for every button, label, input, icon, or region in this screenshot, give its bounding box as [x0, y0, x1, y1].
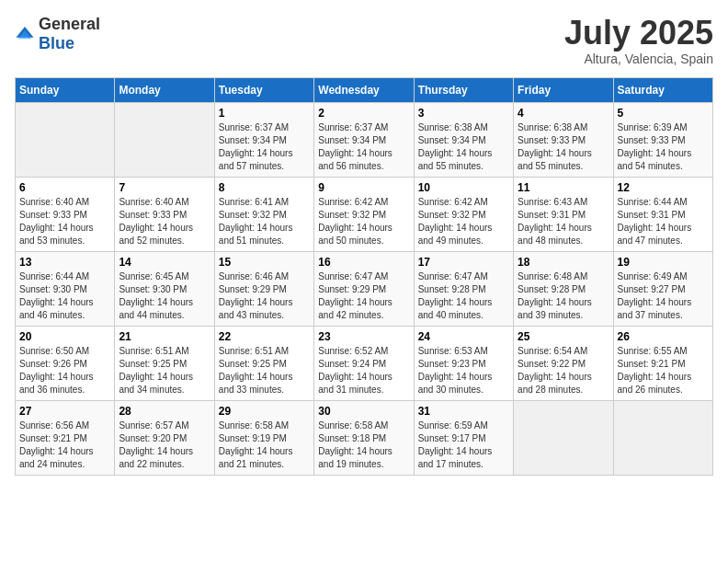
- calendar-cell: 23Sunrise: 6:52 AMSunset: 9:24 PMDayligh…: [314, 326, 414, 400]
- day-number: 31: [418, 405, 509, 418]
- day-info: Sunrise: 6:48 AMSunset: 9:28 PMDaylight:…: [518, 270, 609, 322]
- main-title: July 2025: [564, 15, 713, 52]
- day-number: 21: [119, 330, 210, 343]
- day-number: 9: [318, 181, 409, 194]
- calendar-cell: 17Sunrise: 6:47 AMSunset: 9:28 PMDayligh…: [414, 251, 513, 326]
- day-info: Sunrise: 6:37 AMSunset: 9:34 PMDaylight:…: [219, 121, 310, 173]
- calendar-cell: 30Sunrise: 6:58 AMSunset: 9:18 PMDayligh…: [314, 400, 414, 475]
- calendar-cell: 5Sunrise: 6:39 AMSunset: 9:33 PMDaylight…: [613, 102, 712, 177]
- day-info: Sunrise: 6:47 AMSunset: 9:29 PMDaylight:…: [318, 270, 409, 322]
- day-info: Sunrise: 6:40 AMSunset: 9:33 PMDaylight:…: [19, 196, 110, 247]
- day-info: Sunrise: 6:40 AMSunset: 9:33 PMDaylight:…: [119, 196, 210, 247]
- day-number: 23: [318, 330, 409, 343]
- logo-general: General: [39, 15, 100, 33]
- calendar-body: 1Sunrise: 6:37 AMSunset: 9:34 PMDaylight…: [16, 102, 713, 475]
- calendar-cell: 19Sunrise: 6:49 AMSunset: 9:27 PMDayligh…: [613, 251, 712, 326]
- column-header-sunday: Sunday: [16, 77, 115, 102]
- day-number: 22: [219, 330, 310, 343]
- day-number: 18: [518, 256, 609, 269]
- day-info: Sunrise: 6:58 AMSunset: 9:19 PMDaylight:…: [219, 419, 310, 471]
- column-header-saturday: Saturday: [613, 77, 712, 102]
- day-number: 20: [19, 330, 110, 343]
- calendar-cell: 15Sunrise: 6:46 AMSunset: 9:29 PMDayligh…: [214, 251, 313, 326]
- calendar-week-3: 13Sunrise: 6:44 AMSunset: 9:30 PMDayligh…: [16, 251, 713, 326]
- column-header-wednesday: Wednesday: [314, 77, 414, 102]
- day-number: 5: [618, 107, 709, 120]
- day-info: Sunrise: 6:50 AMSunset: 9:26 PMDaylight:…: [19, 345, 110, 396]
- calendar-table: SundayMondayTuesdayWednesdayThursdayFrid…: [15, 77, 713, 476]
- calendar-cell: 14Sunrise: 6:45 AMSunset: 9:30 PMDayligh…: [115, 251, 214, 326]
- calendar-week-1: 1Sunrise: 6:37 AMSunset: 9:34 PMDaylight…: [16, 102, 713, 177]
- day-number: 11: [518, 181, 609, 194]
- day-number: 12: [618, 181, 709, 194]
- day-info: Sunrise: 6:42 AMSunset: 9:32 PMDaylight:…: [418, 196, 509, 247]
- calendar-cell: 24Sunrise: 6:53 AMSunset: 9:23 PMDayligh…: [414, 326, 513, 400]
- day-number: 1: [219, 107, 310, 120]
- day-number: 6: [19, 181, 110, 194]
- day-info: Sunrise: 6:39 AMSunset: 9:33 PMDaylight:…: [618, 121, 709, 173]
- day-number: 4: [518, 107, 609, 120]
- day-info: Sunrise: 6:37 AMSunset: 9:34 PMDaylight:…: [318, 121, 409, 173]
- day-info: Sunrise: 6:59 AMSunset: 9:17 PMDaylight:…: [418, 419, 509, 471]
- calendar-cell: 27Sunrise: 6:56 AMSunset: 9:21 PMDayligh…: [16, 400, 115, 475]
- day-number: 25: [518, 330, 609, 343]
- day-info: Sunrise: 6:41 AMSunset: 9:32 PMDaylight:…: [219, 196, 310, 247]
- day-info: Sunrise: 6:44 AMSunset: 9:30 PMDaylight:…: [19, 270, 110, 322]
- calendar-cell: 9Sunrise: 6:42 AMSunset: 9:32 PMDaylight…: [314, 177, 414, 251]
- calendar-cell: 22Sunrise: 6:51 AMSunset: 9:25 PMDayligh…: [214, 326, 313, 400]
- calendar-week-5: 27Sunrise: 6:56 AMSunset: 9:21 PMDayligh…: [16, 400, 713, 475]
- day-number: 24: [418, 330, 509, 343]
- day-info: Sunrise: 6:51 AMSunset: 9:25 PMDaylight:…: [119, 345, 210, 396]
- day-info: Sunrise: 6:45 AMSunset: 9:30 PMDaylight:…: [119, 270, 210, 322]
- day-info: Sunrise: 6:52 AMSunset: 9:24 PMDaylight:…: [318, 345, 409, 396]
- calendar-header: SundayMondayTuesdayWednesdayThursdayFrid…: [16, 77, 713, 102]
- day-info: Sunrise: 6:51 AMSunset: 9:25 PMDaylight:…: [219, 345, 310, 396]
- day-info: Sunrise: 6:56 AMSunset: 9:21 PMDaylight:…: [19, 419, 110, 471]
- day-info: Sunrise: 6:38 AMSunset: 9:33 PMDaylight:…: [518, 121, 609, 173]
- calendar-cell: 13Sunrise: 6:44 AMSunset: 9:30 PMDayligh…: [16, 251, 115, 326]
- calendar-cell: 6Sunrise: 6:40 AMSunset: 9:33 PMDaylight…: [16, 177, 115, 251]
- calendar-cell: [514, 400, 613, 475]
- calendar-cell: [16, 102, 115, 177]
- calendar-cell: 3Sunrise: 6:38 AMSunset: 9:34 PMDaylight…: [414, 102, 513, 177]
- day-info: Sunrise: 6:54 AMSunset: 9:22 PMDaylight:…: [518, 345, 609, 396]
- day-number: 16: [318, 256, 409, 269]
- header-row: SundayMondayTuesdayWednesdayThursdayFrid…: [16, 77, 713, 102]
- subtitle: Altura, Valencia, Spain: [564, 52, 713, 66]
- calendar-cell: 28Sunrise: 6:57 AMSunset: 9:20 PMDayligh…: [115, 400, 214, 475]
- calendar-cell: 11Sunrise: 6:43 AMSunset: 9:31 PMDayligh…: [514, 177, 613, 251]
- day-number: 7: [119, 181, 210, 194]
- logo-icon: [15, 24, 35, 44]
- calendar-cell: 29Sunrise: 6:58 AMSunset: 9:19 PMDayligh…: [214, 400, 313, 475]
- calendar-cell: 31Sunrise: 6:59 AMSunset: 9:17 PMDayligh…: [414, 400, 513, 475]
- day-number: 15: [219, 256, 310, 269]
- day-info: Sunrise: 6:57 AMSunset: 9:20 PMDaylight:…: [119, 419, 210, 471]
- calendar-cell: 4Sunrise: 6:38 AMSunset: 9:33 PMDaylight…: [514, 102, 613, 177]
- calendar-cell: 20Sunrise: 6:50 AMSunset: 9:26 PMDayligh…: [16, 326, 115, 400]
- calendar-cell: 18Sunrise: 6:48 AMSunset: 9:28 PMDayligh…: [514, 251, 613, 326]
- calendar-cell: 1Sunrise: 6:37 AMSunset: 9:34 PMDaylight…: [214, 102, 313, 177]
- column-header-monday: Monday: [115, 77, 214, 102]
- calendar-week-2: 6Sunrise: 6:40 AMSunset: 9:33 PMDaylight…: [16, 177, 713, 251]
- day-number: 13: [19, 256, 110, 269]
- day-info: Sunrise: 6:58 AMSunset: 9:18 PMDaylight:…: [318, 419, 409, 471]
- day-info: Sunrise: 6:44 AMSunset: 9:31 PMDaylight:…: [618, 196, 709, 247]
- calendar-cell: 16Sunrise: 6:47 AMSunset: 9:29 PMDayligh…: [314, 251, 414, 326]
- day-info: Sunrise: 6:55 AMSunset: 9:21 PMDaylight:…: [618, 345, 709, 396]
- day-number: 19: [618, 256, 709, 269]
- column-header-tuesday: Tuesday: [214, 77, 313, 102]
- day-info: Sunrise: 6:43 AMSunset: 9:31 PMDaylight:…: [518, 196, 609, 247]
- day-number: 28: [119, 405, 210, 418]
- day-number: 3: [418, 107, 509, 120]
- day-number: 26: [618, 330, 709, 343]
- day-number: 29: [219, 405, 310, 418]
- calendar-cell: 7Sunrise: 6:40 AMSunset: 9:33 PMDaylight…: [115, 177, 214, 251]
- column-header-thursday: Thursday: [414, 77, 513, 102]
- day-number: 17: [418, 256, 509, 269]
- day-number: 30: [318, 405, 409, 418]
- day-number: 2: [318, 107, 409, 120]
- calendar-cell: 25Sunrise: 6:54 AMSunset: 9:22 PMDayligh…: [514, 326, 613, 400]
- day-number: 8: [219, 181, 310, 194]
- logo-text: General Blue: [39, 15, 100, 53]
- day-info: Sunrise: 6:53 AMSunset: 9:23 PMDaylight:…: [418, 345, 509, 396]
